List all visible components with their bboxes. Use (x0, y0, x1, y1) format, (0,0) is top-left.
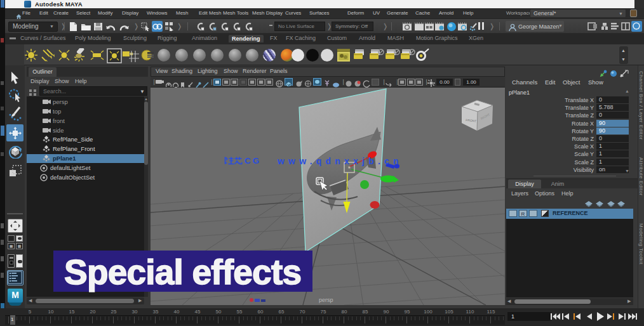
svg-text:persp: persp (319, 297, 333, 303)
svg-text:CG: CG (245, 156, 261, 166)
